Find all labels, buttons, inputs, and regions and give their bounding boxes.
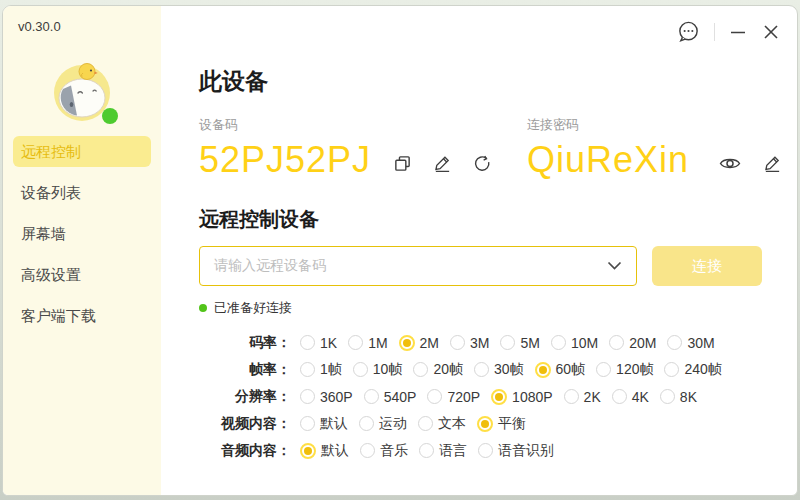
radio-selected-icon [535, 362, 551, 378]
input-placeholder: 请输入远程设备码 [214, 257, 326, 275]
sidebar-item-remote-control[interactable]: 远程控制 [13, 136, 151, 167]
radio-unselected-icon [596, 362, 611, 377]
radio-unselected-icon [418, 416, 433, 431]
radio-bitrate-2M[interactable]: 2M [399, 335, 439, 351]
radio-resolution-2K[interactable]: 2K [564, 389, 601, 405]
sidebar-item-device-list[interactable]: 设备列表 [13, 177, 151, 208]
radio-selected-icon [300, 443, 316, 459]
radio-unselected-icon [474, 362, 489, 377]
radio-framerate-20帧[interactable]: 20帧 [413, 361, 463, 379]
titlebar-controls [676, 19, 781, 44]
settings-groups: 码率：1K1M2M3M5M10M20M30M帧率：1帧10帧20帧30帧60帧1… [199, 329, 797, 464]
radio-bitrate-10M[interactable]: 10M [551, 335, 598, 351]
radio-video-content-平衡[interactable]: 平衡 [477, 415, 526, 433]
radio-option-label: 20帧 [433, 361, 463, 379]
radio-unselected-icon [300, 362, 315, 377]
radio-video-content-文本[interactable]: 文本 [418, 415, 466, 433]
radio-bitrate-5M[interactable]: 5M [500, 335, 539, 351]
radio-framerate-240帧[interactable]: 240帧 [664, 361, 721, 379]
radio-resolution-720P[interactable]: 720P [427, 389, 480, 405]
avatar[interactable] [50, 60, 114, 124]
radio-option-label: 3M [470, 335, 489, 351]
remote-section-title: 远程控制设备 [199, 206, 797, 233]
remote-device-code-input[interactable]: 请输入远程设备码 [199, 246, 637, 286]
radio-option-label: 语音识别 [498, 442, 554, 460]
radio-option-label: 4K [632, 389, 649, 405]
setting-label-bitrate: 码率： [199, 334, 291, 352]
radio-option-label: 1帧 [320, 361, 342, 379]
radio-audio-content-音乐[interactable]: 音乐 [360, 442, 408, 460]
radio-audio-content-语音识别[interactable]: 语音识别 [478, 442, 554, 460]
eye-icon[interactable] [719, 155, 741, 172]
sidebar-item-screen-wall[interactable]: 屏幕墙 [13, 218, 151, 249]
copy-icon[interactable] [393, 154, 412, 173]
setting-row-framerate: 帧率：1帧10帧20帧30帧60帧120帧240帧 [199, 356, 797, 383]
edit-icon[interactable] [433, 154, 452, 173]
radio-option-label: 语言 [439, 442, 467, 460]
radio-selected-icon [477, 416, 493, 432]
radio-unselected-icon [348, 335, 363, 350]
radio-unselected-icon [360, 443, 375, 458]
password-value: QiuReXin [527, 139, 689, 181]
radio-unselected-icon [427, 389, 442, 404]
radio-option-label: 360P [320, 389, 353, 405]
connect-button[interactable]: 连接 [652, 246, 762, 286]
radio-unselected-icon [664, 362, 679, 377]
radio-bitrate-20M[interactable]: 20M [609, 335, 656, 351]
radio-framerate-120帧[interactable]: 120帧 [596, 361, 653, 379]
radio-unselected-icon [364, 389, 379, 404]
setting-row-resolution: 分辨率：360P540P720P1080P2K4K8K [199, 383, 797, 410]
radio-option-label: 8K [680, 389, 697, 405]
radio-framerate-60帧[interactable]: 60帧 [535, 361, 586, 379]
radio-resolution-540P[interactable]: 540P [364, 389, 417, 405]
radio-audio-content-语言[interactable]: 语言 [419, 442, 467, 460]
radio-option-label: 10M [571, 335, 598, 351]
radio-resolution-1080P[interactable]: 1080P [491, 389, 552, 405]
radio-unselected-icon [609, 335, 624, 350]
radio-bitrate-3M[interactable]: 3M [450, 335, 489, 351]
edit-icon[interactable] [763, 154, 782, 173]
radio-unselected-icon [450, 335, 465, 350]
sidebar-item-client-download[interactable]: 客户端下载 [13, 300, 151, 331]
radio-resolution-4K[interactable]: 4K [612, 389, 649, 405]
radio-option-label: 10帧 [373, 361, 403, 379]
radio-unselected-icon [564, 389, 579, 404]
radio-bitrate-1K[interactable]: 1K [300, 335, 337, 351]
page-title: 此设备 [199, 66, 797, 96]
feedback-icon[interactable] [676, 19, 701, 44]
radio-option-label: 2M [420, 335, 439, 351]
radio-framerate-1帧[interactable]: 1帧 [300, 361, 342, 379]
radio-unselected-icon [419, 443, 434, 458]
sidebar-item-advanced-settings[interactable]: 高级设置 [13, 259, 151, 290]
radio-unselected-icon [300, 335, 315, 350]
setting-label-video-content: 视频内容： [199, 415, 291, 433]
radio-audio-content-默认[interactable]: 默认 [300, 442, 349, 460]
radio-resolution-360P[interactable]: 360P [300, 389, 353, 405]
radio-bitrate-1M[interactable]: 1M [348, 335, 387, 351]
radio-option-label: 240帧 [684, 361, 721, 379]
radio-option-label: 1M [368, 335, 387, 351]
radio-framerate-30帧[interactable]: 30帧 [474, 361, 524, 379]
device-code-block: 设备码 52PJ52PJ [199, 116, 527, 182]
radio-option-label: 1K [320, 335, 337, 351]
connect-row: 请输入远程设备码 连接 [199, 246, 797, 286]
radio-selected-icon [399, 335, 415, 351]
device-code-value: 52PJ52PJ [199, 139, 371, 181]
setting-label-framerate: 帧率： [199, 361, 291, 379]
close-button[interactable] [761, 22, 781, 42]
password-label: 连接密码 [527, 116, 782, 134]
radio-resolution-8K[interactable]: 8K [660, 389, 697, 405]
radio-bitrate-30M[interactable]: 30M [667, 335, 714, 351]
chevron-down-icon[interactable] [607, 261, 622, 271]
main-content: 此设备 设备码 52PJ52PJ [161, 6, 797, 495]
radio-unselected-icon [359, 416, 374, 431]
radio-video-content-运动[interactable]: 运动 [359, 415, 407, 433]
radio-option-label: 60帧 [556, 361, 586, 379]
device-code-label: 设备码 [199, 116, 527, 134]
radio-video-content-默认[interactable]: 默认 [300, 415, 348, 433]
radio-framerate-10帧[interactable]: 10帧 [353, 361, 403, 379]
radio-option-label: 540P [384, 389, 417, 405]
minimize-button[interactable] [728, 22, 748, 42]
radio-unselected-icon [300, 416, 315, 431]
refresh-icon[interactable] [473, 154, 492, 173]
